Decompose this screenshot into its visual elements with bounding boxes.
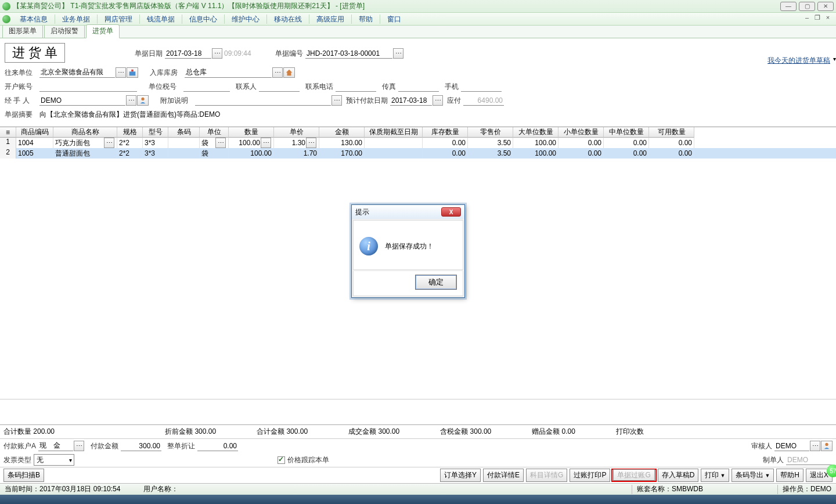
doc-date-picker-button[interactable]: ⋯: [212, 48, 222, 59]
menu-shop[interactable]: 网店管理: [99, 13, 138, 26]
cell-expiry[interactable]: [365, 138, 423, 148]
col-smallunit[interactable]: 小单位数量: [558, 127, 604, 138]
cell-bigunit[interactable]: 100.00: [513, 138, 558, 148]
cell-smallunit[interactable]: 0.00: [558, 138, 604, 148]
disc-field[interactable]: [197, 441, 238, 451]
menu-window[interactable]: 窗口: [381, 13, 407, 26]
cell-code[interactable]: 1004: [16, 138, 53, 148]
help-button[interactable]: 帮助H: [776, 469, 803, 482]
maximize-button[interactable]: ▢: [799, 2, 815, 11]
warehouse-field[interactable]: [185, 68, 272, 78]
reviewer-person-icon[interactable]: [821, 441, 833, 451]
menu-maint[interactable]: 维护中心: [226, 13, 265, 26]
menu-money[interactable]: 钱流单据: [141, 13, 181, 26]
barcode-scan-button[interactable]: 条码扫描B: [3, 469, 44, 482]
cell-amount[interactable]: 170.00: [319, 148, 365, 159]
reviewer-field[interactable]: [774, 441, 809, 451]
doc-no-picker-button[interactable]: ⋯: [393, 48, 403, 59]
cell-avail[interactable]: 0.00: [649, 148, 694, 159]
cell-bigunit[interactable]: 100.00: [513, 148, 558, 159]
mobile-field[interactable]: [461, 82, 502, 92]
col-spec[interactable]: 规格: [117, 127, 143, 138]
pay-amt-field[interactable]: [121, 441, 161, 451]
subject-detail-button[interactable]: 科目详情G: [526, 469, 567, 482]
barcode-export-button[interactable]: 条码导出▼: [732, 469, 774, 482]
menu-basic[interactable]: 基本信息: [14, 13, 53, 26]
menu-help[interactable]: 帮助: [353, 13, 379, 26]
handler-lookup-button[interactable]: ⋯: [126, 95, 136, 106]
tab-alarm[interactable]: 启动报警: [44, 24, 85, 38]
cell-lookup-button[interactable]: ⋯: [306, 138, 316, 148]
mdi-min-icon[interactable]: –: [802, 14, 812, 22]
tel-field[interactable]: [336, 82, 376, 92]
cell-unit[interactable]: 袋⋯: [200, 138, 229, 148]
mdi-restore-icon[interactable]: ❐: [813, 14, 822, 22]
cell-amount[interactable]: 130.00: [319, 138, 365, 148]
menu-info[interactable]: 信息中心: [183, 13, 223, 26]
col-amount[interactable]: 金额: [319, 127, 365, 138]
tax-field[interactable]: [183, 82, 230, 92]
tab-graphic-menu[interactable]: 图形菜单: [2, 24, 43, 38]
cell-lookup-button[interactable]: ⋯: [104, 138, 114, 148]
cell-midunit[interactable]: 0.00: [604, 148, 649, 159]
col-name[interactable]: 商品名称: [53, 127, 117, 138]
cell-lookup-button[interactable]: ⋯: [215, 138, 226, 148]
cell-barcode[interactable]: [168, 138, 200, 148]
warehouse-lookup-button[interactable]: ⋯: [272, 67, 283, 78]
col-expiry[interactable]: 保质期截至日期: [365, 127, 423, 138]
fax-field[interactable]: [398, 82, 439, 92]
reviewer-lookup-button[interactable]: ⋯: [810, 441, 820, 451]
col-midunit[interactable]: 中单位数量: [604, 127, 649, 138]
note-expand-button[interactable]: ⋯: [331, 95, 342, 106]
draft-link[interactable]: 我今天的进货单草稿: [767, 56, 830, 66]
cell-retail[interactable]: 3.50: [468, 138, 513, 148]
close-button[interactable]: ✕: [817, 2, 834, 11]
cell-model[interactable]: 3*3: [143, 138, 168, 148]
tab-purchase[interactable]: 进货单: [86, 24, 120, 38]
pay-acct-field[interactable]: [38, 441, 73, 451]
cell-barcode[interactable]: [168, 148, 200, 159]
table-row[interactable]: 11004巧克力面包⋯2*23*3袋⋯100.00⋯1.30⋯130.000.0…: [0, 138, 836, 148]
col-unit[interactable]: 单位: [200, 127, 229, 138]
paydate-picker-button[interactable]: ⋯: [433, 95, 443, 106]
col-price[interactable]: 单价: [274, 127, 319, 138]
col-retail[interactable]: 零售价: [468, 127, 513, 138]
cell-spec[interactable]: 2*2: [117, 148, 143, 159]
cell-retail[interactable]: 3.50: [468, 148, 513, 159]
draft-dropdown-icon[interactable]: ▾: [833, 56, 836, 62]
mdi-close-icon[interactable]: ×: [823, 14, 833, 22]
cell-midunit[interactable]: 0.00: [604, 138, 649, 148]
vendor-info-icon[interactable]: [127, 67, 138, 78]
paydate-field[interactable]: [390, 96, 432, 106]
invoice-combo[interactable]: 无: [34, 454, 74, 466]
dialog-close-button[interactable]: X: [441, 207, 461, 217]
cell-expiry[interactable]: [365, 148, 423, 159]
post-button[interactable]: 单据过账G: [613, 469, 654, 481]
col-bigunit[interactable]: 大单位数量: [513, 127, 558, 138]
minimize-button[interactable]: —: [780, 2, 797, 11]
handler-field[interactable]: [39, 96, 125, 106]
notification-badge[interactable]: 57: [827, 465, 836, 477]
vendor-field[interactable]: [39, 68, 115, 78]
print-button[interactable]: 打印▼: [701, 469, 729, 482]
save-draft-button[interactable]: 存入草稿D: [658, 469, 699, 482]
warehouse-home-icon[interactable]: [283, 67, 295, 78]
cell-stock[interactable]: 0.00: [423, 148, 468, 159]
col-code[interactable]: 商品编码: [16, 127, 53, 138]
note-field[interactable]: [195, 96, 331, 106]
doc-date-field[interactable]: [165, 49, 211, 59]
col-avail[interactable]: 可用数量: [649, 127, 694, 138]
rownum-header[interactable]: ≡: [0, 127, 16, 138]
table-row[interactable]: 21005普通甜面包2*23*3袋100.001.70170.000.003.5…: [0, 148, 836, 159]
menu-mobile[interactable]: 移动在线: [268, 13, 308, 26]
cell-lookup-button[interactable]: ⋯: [261, 138, 271, 148]
cell-smallunit[interactable]: 0.00: [558, 148, 604, 159]
cell-unit[interactable]: 袋: [200, 148, 229, 159]
cell-qty[interactable]: 100.00⋯: [229, 138, 274, 148]
post-print-button[interactable]: 过账打印P: [570, 469, 610, 482]
cell-avail[interactable]: 0.00: [649, 138, 694, 148]
cell-model[interactable]: 3*3: [143, 148, 168, 159]
contact-field[interactable]: [259, 82, 300, 92]
col-model[interactable]: 型号: [143, 127, 168, 138]
price-track-checkbox[interactable]: [278, 456, 285, 464]
